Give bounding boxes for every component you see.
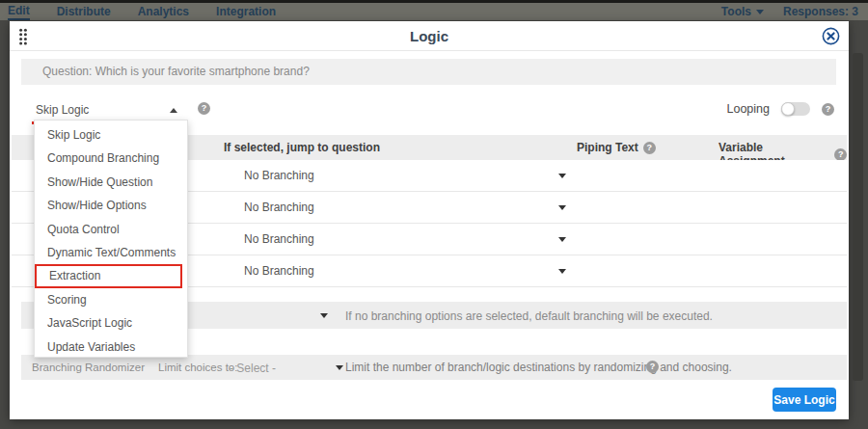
logic-type-help-icon[interactable]	[198, 102, 210, 115]
tools-label: Tools	[721, 4, 751, 19]
randomizer-select-value: - Select -	[230, 362, 276, 375]
nav-left-group: Edit Distribute Analytics Integration	[0, 3, 276, 20]
column-header-piping-label: Piping Text	[577, 141, 638, 154]
nav-tab-analytics[interactable]: Analytics	[138, 4, 189, 19]
default-branching-select-chevron-icon[interactable]	[320, 313, 328, 318]
nav-tab-integration[interactable]: Integration	[216, 4, 276, 19]
tools-menu-button[interactable]: Tools	[721, 4, 764, 19]
default-branching-note: If no branching options are selected, de…	[345, 309, 713, 323]
randomizer-select[interactable]: - Select -	[220, 358, 336, 377]
chevron-up-icon	[170, 108, 177, 113]
looping-control: Looping	[727, 102, 835, 116]
menu-item-quota-control[interactable]: Quota Control	[35, 218, 187, 241]
top-nav-bar: Edit Distribute Analytics Integration To…	[0, 0, 868, 20]
randomizer-label-title: Branching Randomizer	[32, 362, 145, 373]
vertical-scrollbar[interactable]	[853, 53, 863, 381]
looping-help-icon[interactable]	[822, 103, 834, 116]
nav-tab-distribute[interactable]: Distribute	[57, 4, 111, 19]
branching-select-row-1[interactable]: No Branching	[233, 166, 566, 186]
branching-select-value: No Branching	[244, 169, 314, 182]
menu-item-update-variables[interactable]: Update Variables	[35, 335, 187, 359]
branching-select-value: No Branching	[244, 232, 314, 246]
chevron-down-icon	[558, 174, 566, 178]
nav-right-group: Tools Responses: 3	[721, 4, 868, 19]
looping-toggle[interactable]	[781, 102, 810, 116]
chevron-down-icon	[336, 365, 343, 370]
chevron-down-icon	[756, 10, 764, 14]
logic-type-select[interactable]: Skip Logic	[32, 100, 183, 121]
menu-item-show-hide-options[interactable]: Show/Hide Options	[35, 194, 187, 217]
nav-tab-edit[interactable]: Edit	[8, 3, 30, 20]
menu-item-skip-logic[interactable]: Skip Logic	[35, 123, 187, 147]
piping-help-icon[interactable]	[643, 142, 656, 154]
chevron-down-icon	[558, 237, 566, 242]
logic-type-dropdown-menu: Skip Logic Compound Branching Show/Hide …	[34, 120, 188, 358]
responses-count[interactable]: Responses: 3	[783, 4, 858, 19]
menu-item-show-hide-question[interactable]: Show/Hide Question	[35, 171, 187, 194]
chevron-down-icon	[558, 269, 566, 274]
randomizer-help-icon[interactable]	[646, 361, 659, 373]
branching-select-row-2[interactable]: No Branching	[233, 198, 566, 218]
toggle-knob	[781, 102, 795, 116]
looping-label: Looping	[727, 102, 771, 116]
menu-item-extraction[interactable]: Extraction	[35, 264, 182, 287]
menu-item-compound-branching[interactable]: Compound Branching	[35, 147, 187, 170]
branching-select-value: No Branching	[244, 264, 314, 278]
column-header-piping: Piping Text	[577, 141, 656, 154]
modal-title: Logic	[10, 28, 849, 44]
column-header-jump: If selected, jump to question	[224, 141, 380, 154]
menu-item-scoring[interactable]: Scoring	[35, 288, 187, 311]
logic-modal: Logic Question: Which is your favorite s…	[10, 21, 849, 419]
menu-item-dynamic-text-comments[interactable]: Dynamic Text/Comments	[35, 241, 187, 264]
menu-item-javascript-logic[interactable]: JavaScript Logic	[35, 311, 187, 335]
branching-select-row-4[interactable]: No Branching	[233, 261, 566, 282]
branching-select-row-3[interactable]: No Branching	[233, 229, 566, 250]
close-icon[interactable]	[822, 27, 840, 45]
variable-help-icon[interactable]	[834, 148, 847, 161]
randomizer-note: Limit the number of branch/logic destina…	[345, 361, 732, 374]
save-logic-button[interactable]: Save Logic	[773, 388, 836, 412]
logic-type-selected-value: Skip Logic	[36, 103, 89, 117]
branching-select-value: No Branching	[244, 201, 314, 214]
chevron-down-icon	[558, 205, 566, 210]
question-label-bar: Question: Which is your favorite smartph…	[21, 59, 836, 85]
randomizer-label: Branching Randomizer Limit choices to:	[32, 362, 237, 373]
modal-header: Logic	[10, 21, 849, 51]
